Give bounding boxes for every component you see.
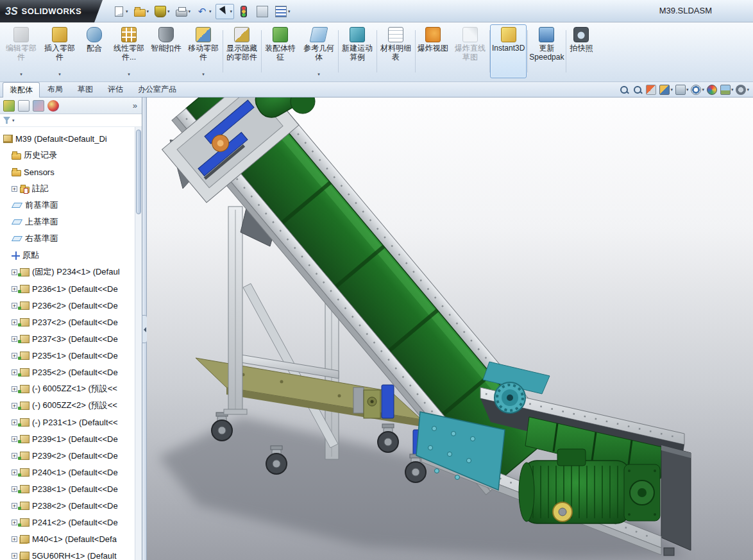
tree-item[interactable]: + P237<2> (Default<<De [0, 314, 142, 330]
ribbon-button[interactable]: 爆炸直线草图 [452, 24, 489, 78]
dropdown-caret-icon[interactable]: ▾ [288, 9, 291, 14]
tree-item[interactable]: + 註記 [0, 180, 142, 197]
tree-item[interactable]: + (-) 6005ZZ<2> (預設<< [0, 397, 142, 414]
panel-splitter[interactable] [142, 98, 147, 560]
tree-item[interactable]: + P238<2> (Default<<De [0, 497, 142, 514]
view-tool-button[interactable] [632, 85, 643, 95]
ribbon-button[interactable]: 线性零部件... ▾ [110, 24, 148, 78]
dropdown-caret-icon[interactable]: ▾ [731, 87, 734, 92]
ribbon-button[interactable]: 移动零部件 ▾ [185, 24, 222, 78]
tree-item[interactable]: + M40<1> (Default<Defa [0, 530, 142, 547]
graphics-area[interactable] [147, 98, 753, 560]
quick-access-button[interactable]: ▾ [132, 4, 151, 19]
tree-item[interactable]: + P237<3> (Default<<De [0, 330, 142, 347]
expand-icon[interactable]: + [12, 269, 17, 275]
tree-item[interactable]: + P236<2> (Default<<De [0, 297, 142, 314]
ribbon-tab[interactable]: 装配体 [3, 82, 40, 98]
scrollbar-thumb[interactable] [136, 130, 141, 214]
ribbon-tab[interactable]: 布局 [40, 81, 70, 97]
tension-roller[interactable] [495, 382, 525, 413]
ribbon-button[interactable]: 爆炸视图 [416, 24, 450, 78]
tree-item[interactable]: + P239<1> (Default<<De [0, 430, 142, 447]
view-tool-button[interactable]: ▾ [675, 85, 689, 95]
tree-item[interactable]: + 5GU60RH<1> (Default [0, 547, 142, 560]
expand-icon[interactable]: + [12, 553, 17, 559]
tree-item[interactable]: 原點 [0, 247, 142, 264]
dropdown-caret-icon[interactable]: ▾ [189, 9, 191, 14]
ribbon-tab[interactable]: 评估 [101, 81, 130, 97]
quick-access-button[interactable]: ▾ [174, 4, 193, 19]
tree-item[interactable]: + P235<2> (Default<<De [0, 364, 142, 380]
ribbon-button[interactable]: 更新 Speedpak [528, 24, 565, 78]
dropdown-caret-icon[interactable]: ▾ [126, 9, 128, 14]
configurationmanager-tab-icon[interactable] [33, 100, 44, 112]
expand-icon[interactable]: + [12, 186, 17, 192]
tree-item[interactable]: 上基準面 [0, 214, 142, 230]
quick-access-button[interactable]: ▾ [112, 4, 130, 19]
expand-icon[interactable]: + [12, 286, 17, 292]
tree-item[interactable]: 右基準面 [0, 230, 142, 247]
expand-icon[interactable]: + [12, 520, 17, 525]
quick-access-button[interactable] [255, 4, 271, 19]
collapse-panel-button[interactable]: » [133, 101, 139, 110]
dropdown-caret-icon[interactable]: ▾ [167, 9, 170, 14]
expand-icon[interactable]: + [12, 353, 17, 359]
tree-item[interactable]: + P236<1> (Default<<De [0, 280, 142, 297]
tree-root-item[interactable]: M39 (Default<Default_Di [0, 130, 142, 147]
tree-item[interactable]: + (-) P231<1> (Default<< [0, 414, 142, 430]
dropdown-caret-icon[interactable]: ▾ [230, 9, 233, 14]
tree-item[interactable]: + (固定) P234<1> (Defaul [0, 264, 142, 280]
ribbon-button[interactable]: Instant3D [490, 24, 527, 78]
view-tool-button[interactable]: ▾ [736, 85, 749, 95]
dropdown-caret-icon[interactable]: ▾ [670, 87, 673, 92]
ribbon-button[interactable]: 拍快照 [566, 24, 596, 78]
ribbon-button[interactable]: 智能扣件 [149, 24, 183, 78]
tree-item[interactable]: 前基準面 [0, 197, 142, 214]
tree-item[interactable]: + P235<1> (Default<<De [0, 347, 142, 364]
expand-icon[interactable]: + [12, 503, 17, 509]
quick-access-button[interactable]: ▾ [273, 4, 292, 19]
dropdown-caret-icon[interactable]: ▾ [12, 118, 15, 123]
view-tool-button[interactable]: ▾ [659, 85, 673, 95]
ribbon-button[interactable]: 插入零部件 ▾ [41, 24, 78, 78]
view-tool-button[interactable] [707, 85, 718, 95]
ribbon-button[interactable]: 编辑零部件 ▾ [3, 24, 40, 78]
dropdown-caret-icon[interactable]: ▾ [147, 9, 149, 14]
dropdown-caret-icon[interactable]: ▾ [209, 9, 212, 14]
quick-access-button[interactable] [236, 4, 253, 19]
ribbon-button[interactable]: 显示隐藏的零部件 [223, 24, 260, 78]
view-tool-button[interactable]: ▾ [691, 85, 704, 95]
ribbon-tab[interactable]: 办公室产品 [131, 81, 183, 97]
expand-icon[interactable]: + [12, 453, 17, 459]
expand-icon[interactable]: + [12, 336, 17, 342]
expand-icon[interactable]: + [12, 319, 17, 325]
tree-item[interactable]: Sensors [0, 164, 142, 180]
tree-scrollbar[interactable] [135, 127, 142, 560]
ribbon-button[interactable]: 配合 [80, 24, 109, 78]
featuremanager-tab-icon[interactable] [3, 100, 15, 112]
expand-icon[interactable]: + [12, 536, 17, 542]
tree-item[interactable]: + P240<1> (Default<<De [0, 464, 142, 480]
expand-icon[interactable]: + [12, 369, 17, 375]
displaymanager-tab-icon[interactable] [47, 100, 59, 112]
3d-viewport[interactable] [147, 98, 753, 560]
expand-icon[interactable]: + [12, 403, 17, 409]
tree-item[interactable]: + P239<2> (Default<<De [0, 447, 142, 464]
ribbon-button[interactable]: 装配体特征 [262, 24, 299, 78]
ribbon-tab[interactable]: 草图 [71, 81, 100, 97]
expand-icon[interactable]: + [12, 486, 17, 492]
dropdown-caret-icon[interactable]: ▾ [747, 87, 749, 92]
filter-funnel-icon[interactable] [3, 117, 10, 124]
quick-access-button[interactable]: ▾ [194, 4, 214, 19]
expand-icon[interactable]: + [12, 420, 17, 425]
ribbon-button[interactable]: 新建运动算例 [339, 24, 376, 78]
dropdown-caret-icon[interactable]: ▾ [686, 87, 689, 92]
dropdown-caret-icon[interactable]: ▾ [702, 87, 704, 92]
tree-item[interactable]: 历史记录 [0, 147, 142, 164]
expand-icon[interactable]: + [12, 303, 17, 309]
expand-icon[interactable]: + [12, 386, 17, 392]
expand-icon[interactable]: + [12, 470, 17, 475]
ribbon-button[interactable]: 参考几何体 ▾ [300, 24, 337, 78]
tree-item[interactable]: + (-) 6005ZZ<1> (預設<< [0, 380, 142, 397]
view-tool-button[interactable]: ▾ [720, 85, 734, 95]
